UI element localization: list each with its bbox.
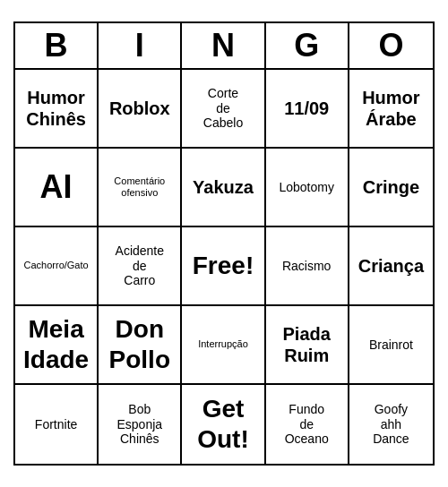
- cell-text-16: Don Pollo: [109, 314, 170, 374]
- cell-text-6: Comentário ofensivo: [114, 175, 165, 199]
- bingo-cell-17: Interrupção: [182, 306, 265, 385]
- bingo-cell-4: Humor Árabe: [349, 70, 433, 149]
- cell-text-10: Cachorro/Gato: [24, 260, 89, 271]
- cell-text-11: Acidente de Carro: [116, 244, 164, 288]
- cell-text-2: Corte de Cabelo: [203, 86, 243, 131]
- cell-text-14: Criança: [358, 255, 424, 277]
- bingo-header: BINGO: [15, 23, 433, 70]
- cell-text-7: Yakuza: [193, 176, 254, 198]
- cell-text-1: Roblox: [109, 98, 170, 119]
- cell-text-18: Piada Ruim: [283, 323, 331, 366]
- cell-text-5: AI: [40, 167, 73, 206]
- bingo-cell-23: Fundo de Oceano: [266, 385, 349, 464]
- bingo-cell-18: Piada Ruim: [266, 306, 349, 385]
- bingo-cell-13: Racismo: [266, 227, 349, 306]
- bingo-cell-20: Fortnite: [15, 385, 99, 464]
- bingo-cell-24: Goofy ahh Dance: [349, 385, 433, 464]
- cell-text-4: Humor Árabe: [362, 87, 419, 130]
- bingo-letter-o: O: [349, 23, 433, 68]
- bingo-cell-14: Criança: [349, 227, 433, 306]
- bingo-cell-21: Bob Esponja Chinês: [99, 385, 182, 464]
- bingo-cell-1: Roblox: [99, 70, 182, 149]
- bingo-letter-b: B: [15, 23, 99, 68]
- bingo-cell-22: Get Out!: [182, 385, 265, 464]
- bingo-cell-7: Yakuza: [182, 149, 265, 227]
- bingo-letter-n: N: [182, 23, 265, 68]
- cell-text-3: 11/09: [284, 98, 329, 119]
- cell-text-8: Lobotomy: [279, 180, 333, 195]
- bingo-grid: Humor ChinêsRobloxCorte de Cabelo11/09Hu…: [15, 70, 433, 464]
- bingo-cell-19: Brainrot: [349, 306, 433, 385]
- bingo-card: BINGO Humor ChinêsRobloxCorte de Cabelo1…: [13, 21, 435, 466]
- bingo-cell-15: Meia Idade: [15, 306, 99, 385]
- cell-text-0: Humor Chinês: [26, 87, 86, 130]
- bingo-cell-9: Cringe: [349, 149, 433, 227]
- cell-text-24: Goofy ahh Dance: [373, 402, 409, 447]
- bingo-cell-2: Corte de Cabelo: [182, 70, 265, 149]
- cell-text-12: Free!: [193, 251, 254, 281]
- bingo-cell-6: Comentário ofensivo: [99, 149, 182, 227]
- cell-text-22: Get Out!: [197, 394, 249, 454]
- cell-text-20: Fortnite: [35, 417, 77, 432]
- cell-text-15: Meia Idade: [23, 314, 89, 374]
- bingo-cell-16: Don Pollo: [99, 306, 182, 385]
- bingo-cell-3: 11/09: [266, 70, 349, 149]
- cell-text-23: Fundo de Oceano: [285, 402, 329, 447]
- bingo-letter-i: I: [99, 23, 182, 68]
- cell-text-9: Cringe: [363, 176, 419, 198]
- bingo-cell-0: Humor Chinês: [15, 70, 99, 149]
- cell-text-17: Interrupção: [198, 338, 248, 350]
- bingo-cell-10: Cachorro/Gato: [15, 227, 99, 306]
- bingo-cell-8: Lobotomy: [266, 149, 349, 227]
- bingo-cell-11: Acidente de Carro: [99, 227, 182, 306]
- cell-text-19: Brainrot: [369, 337, 413, 353]
- bingo-cell-12: Free!: [182, 227, 265, 306]
- cell-text-21: Bob Esponja Chinês: [116, 402, 162, 447]
- cell-text-13: Racismo: [282, 259, 331, 274]
- bingo-letter-g: G: [266, 23, 349, 68]
- bingo-cell-5: AI: [15, 149, 99, 227]
